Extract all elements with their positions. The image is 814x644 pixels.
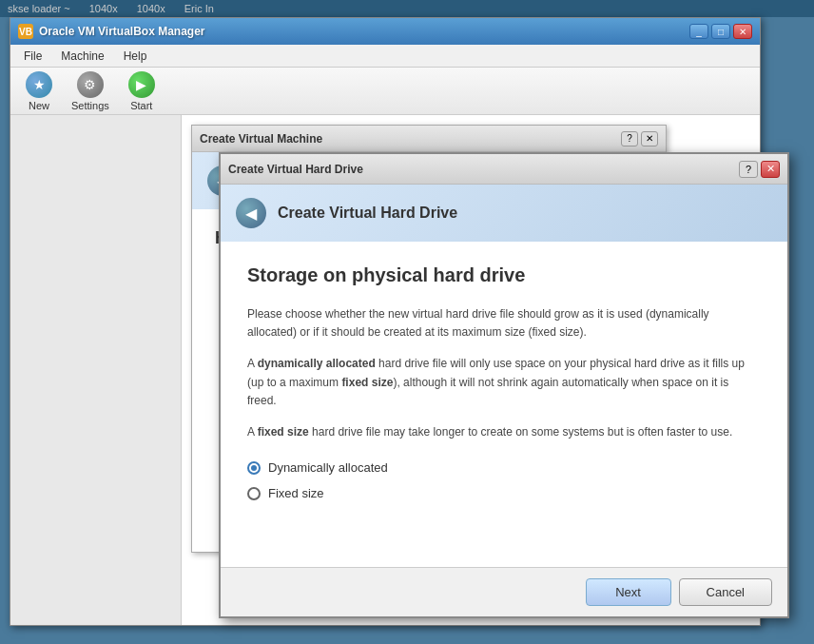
toolbar-settings-label: Settings xyxy=(71,100,109,111)
menu-file[interactable]: File xyxy=(14,48,51,65)
vbox-minimize-button[interactable]: _ xyxy=(689,24,708,39)
vbox-window-controls: _ □ ✕ xyxy=(689,24,752,39)
cvhd-titlebar: Create Virtual Hard Drive ? ✕ xyxy=(221,154,787,185)
vbox-toolbar: ★ New ⚙ Settings ▶ Start xyxy=(10,68,760,115)
radio-fixed-circle xyxy=(247,487,261,500)
cvhd-body: Storage on physical hard drive Please ch… xyxy=(221,242,787,535)
cvhd-dialog: Create Virtual Hard Drive ? ✕ ◀ Create V… xyxy=(219,152,789,618)
cvm-window-controls: ? ✕ xyxy=(621,131,658,146)
radio-fixed-label: Fixed size xyxy=(268,486,324,500)
cvm-close-button[interactable]: ✕ xyxy=(641,131,658,146)
taskbar-item-1040x2[interactable]: 1040x xyxy=(137,3,165,14)
cvhd-close-button[interactable]: ✕ xyxy=(761,161,780,178)
cvhd-paragraph-1: Please choose whether the new virtual ha… xyxy=(247,305,761,342)
cvhd-window-controls: ? ✕ xyxy=(739,161,780,178)
toolbar-new-label: New xyxy=(29,100,49,111)
toolbar-new-button[interactable]: ★ New xyxy=(18,68,60,115)
vbox-maximize-button[interactable]: □ xyxy=(711,24,730,39)
cvhd-header-title: Create Virtual Hard Drive xyxy=(278,205,457,222)
cvhd-paragraph-2: A dynamically allocated hard drive file … xyxy=(247,355,761,410)
cvm-titlebar: Create Virtual Machine ? ✕ xyxy=(192,126,666,152)
vbox-menubar: File Machine Help xyxy=(10,45,760,68)
cancel-button[interactable]: Cancel xyxy=(679,578,772,606)
cvhd-back-button[interactable]: ◀ xyxy=(236,198,266,228)
radio-dynamically-allocated[interactable]: Dynamically allocated xyxy=(247,460,761,475)
cvm-help-button[interactable]: ? xyxy=(621,131,638,146)
start-icon: ▶ xyxy=(128,71,155,98)
cvhd-page-title: Storage on physical hard drive xyxy=(247,264,761,286)
toolbar-settings-button[interactable]: ⚙ Settings xyxy=(64,68,117,115)
radio-fixed-size[interactable]: Fixed size xyxy=(247,486,761,500)
radio-dynamically-circle xyxy=(247,461,261,475)
cvhd-header: ◀ Create Virtual Hard Drive xyxy=(221,185,787,242)
taskbar-item-eric[interactable]: Eric In xyxy=(184,3,214,14)
sidebar xyxy=(10,115,182,625)
menu-help[interactable]: Help xyxy=(114,48,157,65)
vbox-close-button[interactable]: ✕ xyxy=(733,24,752,39)
next-button[interactable]: Next xyxy=(586,578,671,606)
menu-machine[interactable]: Machine xyxy=(51,48,113,65)
vbox-title: Oracle VM VirtualBox Manager xyxy=(39,25,684,38)
settings-icon: ⚙ xyxy=(77,71,104,98)
radio-dynamically-label: Dynamically allocated xyxy=(268,460,388,475)
cvhd-footer: Next Cancel xyxy=(221,567,787,616)
taskbar-item-1040x1[interactable]: 1040x xyxy=(89,3,118,14)
cvhd-title-text: Create Virtual Hard Drive xyxy=(228,163,739,176)
taskbar: skse loader ~ 1040x 1040x Eric In xyxy=(0,0,814,17)
cvhd-paragraph-3: A fixed size hard drive file may take lo… xyxy=(247,423,761,441)
cvm-title-text: Create Virtual Machine xyxy=(200,132,621,146)
new-icon: ★ xyxy=(26,71,52,98)
cvhd-radio-group: Dynamically allocated Fixed size xyxy=(247,460,761,500)
toolbar-start-label: Start xyxy=(130,100,152,111)
taskbar-item-skse[interactable]: skse loader ~ xyxy=(8,3,70,14)
vbox-app-icon: VB xyxy=(18,24,33,39)
cvhd-help-button[interactable]: ? xyxy=(739,161,758,178)
toolbar-start-button[interactable]: ▶ Start xyxy=(121,68,163,115)
vbox-titlebar: VB Oracle VM VirtualBox Manager _ □ ✕ xyxy=(10,18,760,45)
